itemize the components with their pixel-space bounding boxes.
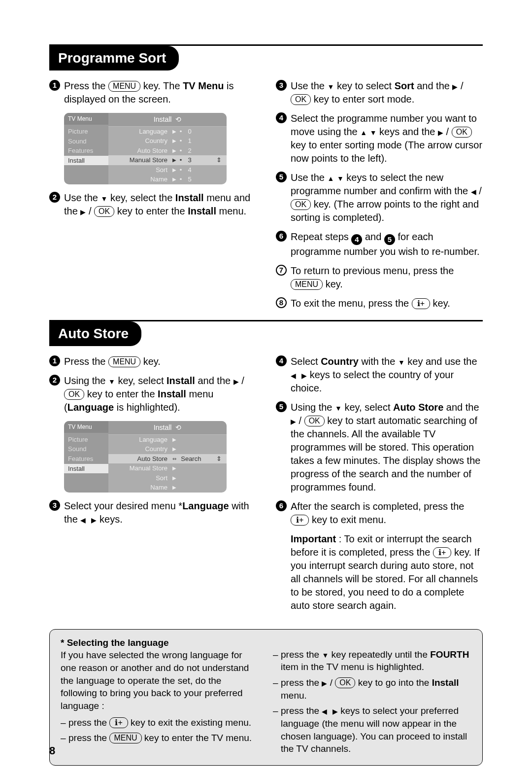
- info-r2: press the ▶ / OK key to go into the Inst…: [273, 676, 471, 702]
- sort-step-1: 1 Press the MENU key. The TV Menu is dis…: [49, 79, 256, 106]
- info-key-icon: ℹ︎+: [412, 298, 430, 309]
- language-help-box: * Selecting the language If you have sel…: [49, 629, 483, 766]
- sort-step-7: 7 To return to previous menu, press the …: [276, 264, 483, 291]
- heading-programme-sort: Programme Sort: [49, 46, 179, 71]
- info-r1: press the ▼ key repeatedly until the FOU…: [273, 648, 471, 673]
- info-key-icon: ℹ︎+: [433, 547, 451, 558]
- auto-store-columns: 1 Press the MENU key. 2 Using the ▼ key,…: [49, 355, 483, 618]
- sort-step-5: 5 Use the ▲ ▼ keys to select the new pro…: [276, 171, 483, 224]
- heading-auto-store: Auto Store: [49, 321, 141, 346]
- sort-step-4: 4 Select the programme number you want t…: [276, 112, 483, 165]
- sort-step-8: 8 To exit the menu, press the ℹ︎+ key.: [276, 297, 483, 310]
- sort-step-2: 2 Use the ▼ key, select the Install menu…: [49, 191, 256, 218]
- auto-step-4: 4 Select Country with the ▼ key and use …: [276, 355, 483, 395]
- info-l2: press the MENU key to enter the TV menu.: [61, 732, 259, 744]
- auto-step-6: 6 After the search is completed, press t…: [276, 500, 483, 527]
- ok-key: OK: [94, 206, 114, 217]
- manual-page: Programme Sort 1 Press the MENU key. The…: [0, 0, 532, 776]
- info-r3: press the ◀ ▶ keys to select your prefer…: [273, 705, 471, 755]
- page-number: 8: [49, 743, 55, 758]
- auto-step-1: 1 Press the MENU key.: [49, 355, 256, 368]
- sort-step-6: 6 Repeat steps 4 and 5 for each programm…: [276, 230, 483, 258]
- tv-menu-autostore-illustration: TV Menu Picture Sound Features Install I…: [64, 421, 227, 493]
- info-l1: press the ℹ︎+ key to exit the existing m…: [61, 716, 259, 729]
- sort-step-3: 3 Use the ▼ key to select Sort and the ▶…: [276, 79, 483, 106]
- info-key-icon: ℹ︎+: [109, 717, 128, 728]
- info-key-icon: ℹ︎+: [291, 515, 309, 526]
- auto-step-important: Important : To exit or interrupt the sea…: [276, 532, 483, 612]
- tv-menu-sort-illustration: TV Menu Picture Sound Features Install I…: [64, 113, 227, 184]
- auto-step-5: 5 Using the ▼ key, select Auto Store and…: [276, 401, 483, 494]
- menu-key: MENU: [108, 81, 140, 92]
- auto-step-2: 2 Using the ▼ key, select Install and th…: [49, 374, 256, 414]
- auto-step-3: 3 Select your desired menu *Language wit…: [49, 499, 256, 526]
- info-title: * Selecting the language: [61, 637, 169, 648]
- programme-sort-columns: 1 Press the MENU key. The TV Menu is dis…: [49, 79, 483, 316]
